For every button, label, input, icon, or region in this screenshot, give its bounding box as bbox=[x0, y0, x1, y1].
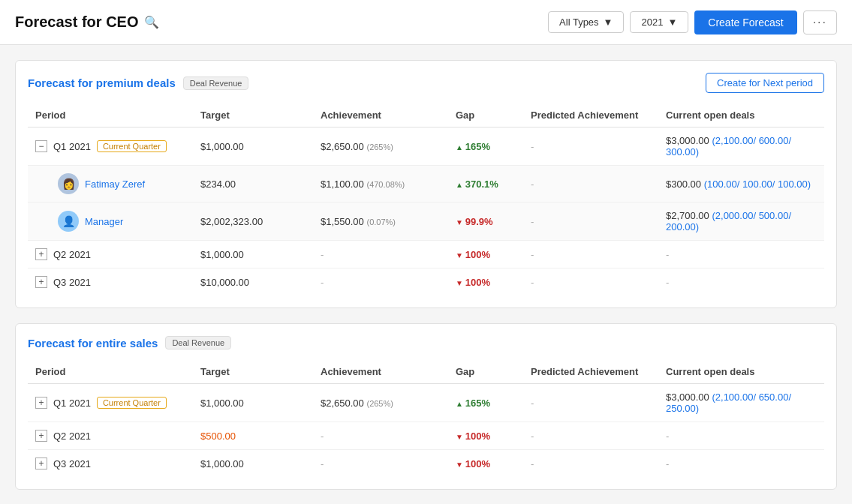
gap-cell: 165% bbox=[448, 128, 523, 166]
gap-cell: 100% bbox=[448, 450, 523, 478]
col-header-open-deals: Current open deals bbox=[658, 360, 824, 384]
table-row: + Q3 2021 $1,000.00 - 100% - - bbox=[28, 450, 824, 478]
target-cell: $10,000.00 bbox=[193, 268, 313, 296]
period-label: Q3 2021 bbox=[53, 277, 91, 288]
expand-button[interactable]: + bbox=[35, 430, 47, 442]
premium-card-header: Forecast for premium deals Deal Revenue … bbox=[28, 73, 824, 93]
achievement-value: - bbox=[321, 430, 324, 442]
expand-button[interactable]: + bbox=[35, 397, 47, 409]
achievement-pct: (265%) bbox=[366, 142, 393, 152]
col-header-open-deals: Current open deals bbox=[658, 104, 824, 128]
achievement-cell: $1,550.00 (0.07%) bbox=[313, 202, 448, 241]
expand-button[interactable]: + bbox=[35, 276, 47, 288]
gap-value: 100% bbox=[456, 430, 490, 442]
predicted-value: - bbox=[531, 277, 534, 288]
open-deals-cell: $3,000.00 (2,100.00/ 650.00/ 250.00) bbox=[658, 384, 824, 422]
target-cell: $1,000.00 bbox=[193, 241, 313, 268]
achievement-cell: $1,100.00 (470.08%) bbox=[313, 166, 448, 202]
type-filter-button[interactable]: All Types ▼ bbox=[548, 11, 624, 33]
achievement-pct: (470.08%) bbox=[366, 180, 405, 189]
open-deals-main: $3,000.00 bbox=[666, 135, 709, 146]
type-filter-label: All Types bbox=[559, 16, 599, 28]
target-cell: $2,002,323.00 bbox=[193, 202, 313, 241]
col-header-gap: Gap bbox=[448, 360, 523, 384]
period-cell: + Q1 2021 Current Quarter bbox=[28, 384, 193, 422]
predicted-cell: - bbox=[523, 128, 658, 166]
main-content: Forecast for premium deals Deal Revenue … bbox=[0, 45, 852, 504]
gap-cell: 100% bbox=[448, 422, 523, 450]
achievement-value: $2,650.00 bbox=[321, 141, 364, 152]
achievement-cell: - bbox=[313, 241, 448, 268]
col-header-period: Period bbox=[28, 360, 193, 384]
entire-sales-title[interactable]: Forecast for entire sales bbox=[28, 337, 158, 350]
achievement-cell: - bbox=[313, 268, 448, 296]
period-cell: + Q3 2021 bbox=[28, 268, 193, 296]
period-label: Q1 2021 bbox=[53, 398, 91, 409]
gap-cell: 100% bbox=[448, 241, 523, 268]
open-deals-main: $3,000.00 bbox=[666, 392, 709, 403]
target-cell: $1,000.00 bbox=[193, 128, 313, 166]
premium-deals-title[interactable]: Forecast for premium deals bbox=[28, 76, 176, 89]
predicted-value: - bbox=[531, 178, 534, 190]
gap-value: 100% bbox=[456, 249, 490, 260]
predicted-value: - bbox=[531, 249, 534, 260]
premium-deals-badge: Deal Revenue bbox=[183, 76, 249, 90]
open-deals-parts[interactable]: (100.00/ 100.00/ 100.00) bbox=[704, 178, 811, 190]
target-cell: $500.00 bbox=[193, 422, 313, 450]
search-icon[interactable]: 🔍 bbox=[144, 15, 159, 29]
premium-deals-card: Forecast for premium deals Deal Revenue … bbox=[15, 60, 837, 308]
col-header-period: Period bbox=[28, 104, 193, 128]
more-options-button[interactable]: ··· bbox=[803, 10, 837, 34]
expand-button[interactable]: + bbox=[35, 248, 47, 260]
predicted-cell: - bbox=[523, 202, 658, 241]
predicted-cell: - bbox=[523, 422, 658, 450]
entire-sales-table: Period Target Achievement Gap Predicted … bbox=[28, 360, 824, 477]
gap-cell: 165% bbox=[448, 384, 523, 422]
person-name[interactable]: Fatimay Zeref bbox=[85, 178, 145, 190]
gap-cell: 370.1% bbox=[448, 166, 523, 202]
premium-card-header-left: Forecast for premium deals Deal Revenue bbox=[28, 76, 248, 90]
entire-table-header-row: Period Target Achievement Gap Predicted … bbox=[28, 360, 824, 384]
period-label: Q2 2021 bbox=[53, 249, 91, 260]
chevron-down-icon: ▼ bbox=[604, 16, 613, 28]
achievement-value: $1,550.00 bbox=[321, 216, 364, 227]
col-header-predicted: Predicted Achievement bbox=[523, 360, 658, 384]
col-header-target: Target bbox=[193, 104, 313, 128]
create-next-period-button[interactable]: Create for Next period bbox=[706, 73, 824, 93]
create-forecast-button[interactable]: Create Forecast bbox=[694, 10, 796, 34]
period-label: Q3 2021 bbox=[53, 458, 91, 470]
predicted-value: - bbox=[531, 141, 534, 152]
entire-card-header-left: Forecast for entire sales Deal Revenue bbox=[28, 336, 231, 350]
predicted-value: - bbox=[531, 216, 534, 227]
person-period-cell: 👤 Manager bbox=[28, 202, 193, 241]
achievement-pct: (265%) bbox=[366, 399, 393, 408]
open-deals-main: - bbox=[666, 430, 669, 442]
target-cell: $1,000.00 bbox=[193, 450, 313, 478]
header-right: All Types ▼ 2021 ▼ Create Forecast ··· bbox=[548, 10, 837, 34]
predicted-cell: - bbox=[523, 384, 658, 422]
achievement-cell: $2,650.00 (265%) bbox=[313, 128, 448, 166]
col-header-target: Target bbox=[193, 360, 313, 384]
gap-value: 99.9% bbox=[456, 216, 493, 227]
expand-button[interactable]: + bbox=[35, 458, 47, 470]
target-cell: $234.00 bbox=[193, 166, 313, 202]
achievement-value: - bbox=[321, 249, 324, 260]
achievement-cell: - bbox=[313, 450, 448, 478]
predicted-cell: - bbox=[523, 450, 658, 478]
predicted-cell: - bbox=[523, 166, 658, 202]
header-left: Forecast for CEO 🔍 bbox=[15, 14, 159, 31]
gap-cell: 99.9% bbox=[448, 202, 523, 241]
chevron-down-icon: ▼ bbox=[667, 16, 677, 28]
gap-value: 165% bbox=[456, 398, 490, 409]
period-label: Q2 2021 bbox=[53, 430, 91, 442]
gap-value: 370.1% bbox=[456, 178, 498, 190]
col-header-gap: Gap bbox=[448, 104, 523, 128]
year-filter-button[interactable]: 2021 ▼ bbox=[630, 11, 688, 33]
collapse-button[interactable]: − bbox=[35, 140, 47, 152]
person-name[interactable]: Manager bbox=[85, 216, 123, 227]
avatar: 👩 bbox=[58, 173, 79, 194]
page-header: Forecast for CEO 🔍 All Types ▼ 2021 ▼ Cr… bbox=[0, 0, 852, 45]
current-quarter-badge: Current Quarter bbox=[97, 140, 167, 152]
open-deals-cell: - bbox=[658, 241, 824, 268]
predicted-cell: - bbox=[523, 241, 658, 268]
